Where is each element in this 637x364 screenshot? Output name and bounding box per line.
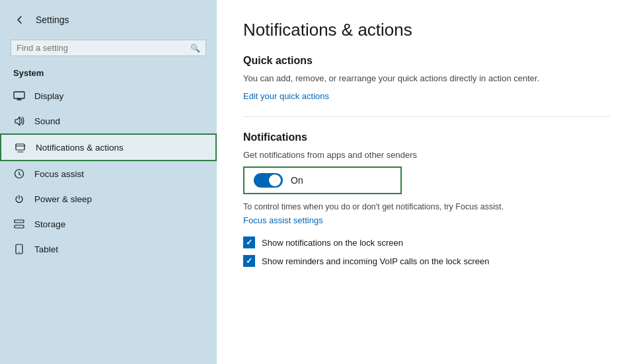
sidebar-item-display-label: Display xyxy=(34,91,63,101)
sidebar-item-notifications[interactable]: Notifications & actions xyxy=(0,133,217,161)
lock-screen-checkbox[interactable]: ✓ xyxy=(243,237,255,248)
search-input[interactable] xyxy=(17,43,190,53)
edit-quick-actions-link[interactable]: Edit your quick actions xyxy=(243,91,329,101)
quick-actions-description: You can add, remove, or rearrange your q… xyxy=(243,73,587,83)
sidebar-item-display[interactable]: Display xyxy=(0,83,217,108)
notifications-toggle-row: On xyxy=(243,166,402,194)
svg-point-6 xyxy=(19,252,20,253)
checkbox-row-lock-screen: ✓ Show notifications on the lock screen xyxy=(243,237,611,248)
checkboxes-container: ✓ Show notifications on the lock screen … xyxy=(243,237,611,267)
sidebar-item-storage[interactable]: Storage xyxy=(0,211,217,237)
svg-rect-3 xyxy=(15,220,24,223)
checkbox-row-voip: ✓ Show reminders and incoming VoIP calls… xyxy=(243,255,611,267)
main-content: Notifications & actions Quick actions Yo… xyxy=(217,0,637,364)
sidebar-item-focus-assist-label: Focus assist xyxy=(34,169,84,179)
sidebar-item-sound-label: Sound xyxy=(34,116,60,126)
sidebar-item-tablet-label: Tablet xyxy=(34,244,58,254)
system-label: System xyxy=(0,65,217,83)
svg-rect-4 xyxy=(15,225,24,228)
notifications-toggle[interactable] xyxy=(254,173,283,188)
quick-actions-section: Quick actions You can add, remove, or re… xyxy=(243,55,611,102)
sidebar-item-focus-assist[interactable]: Focus assist xyxy=(0,161,217,186)
search-icon: 🔍 xyxy=(190,44,200,53)
notifications-section-title: Notifications xyxy=(243,131,611,143)
get-notifications-label: Get notifications from apps and other se… xyxy=(243,150,587,160)
notifications-icon xyxy=(15,141,26,153)
lock-screen-checkbox-label: Show notifications on the lock screen xyxy=(262,238,403,248)
toggle-knob xyxy=(269,174,281,186)
settings-title: Settings xyxy=(36,15,69,25)
sidebar-item-power-sleep[interactable]: Power & sleep xyxy=(0,186,217,211)
search-box[interactable]: 🔍 xyxy=(11,40,206,56)
focus-assist-icon xyxy=(13,168,25,180)
sidebar-item-notifications-label: Notifications & actions xyxy=(36,143,124,153)
sidebar-item-power-sleep-label: Power & sleep xyxy=(34,194,92,204)
focus-assist-hint: To control times when you do or don't ge… xyxy=(243,202,587,211)
sidebar: Settings 🔍 System Display Sound xyxy=(0,0,217,364)
sound-icon xyxy=(13,115,25,127)
checkmark-icon: ✓ xyxy=(246,238,252,247)
page-title: Notifications & actions xyxy=(243,20,611,40)
display-icon xyxy=(13,90,25,102)
sidebar-item-tablet[interactable]: Tablet xyxy=(0,237,217,262)
power-icon xyxy=(13,193,25,205)
svg-rect-1 xyxy=(16,144,24,150)
storage-icon xyxy=(13,218,25,230)
sidebar-item-sound[interactable]: Sound xyxy=(0,108,217,133)
svg-rect-0 xyxy=(14,92,24,98)
sidebar-header: Settings xyxy=(0,0,217,36)
quick-actions-title: Quick actions xyxy=(243,55,611,67)
notifications-section: Notifications Get notifications from app… xyxy=(243,131,611,267)
back-button[interactable] xyxy=(11,11,29,29)
section-divider xyxy=(243,116,611,117)
focus-assist-settings-link[interactable]: Focus assist settings xyxy=(243,215,323,225)
tablet-icon xyxy=(13,243,25,255)
sidebar-item-storage-label: Storage xyxy=(34,219,65,229)
toggle-label: On xyxy=(291,175,303,186)
checkmark-icon-2: ✓ xyxy=(246,256,252,266)
voip-checkbox[interactable]: ✓ xyxy=(243,255,255,267)
voip-checkbox-label: Show reminders and incoming VoIP calls o… xyxy=(262,256,489,266)
